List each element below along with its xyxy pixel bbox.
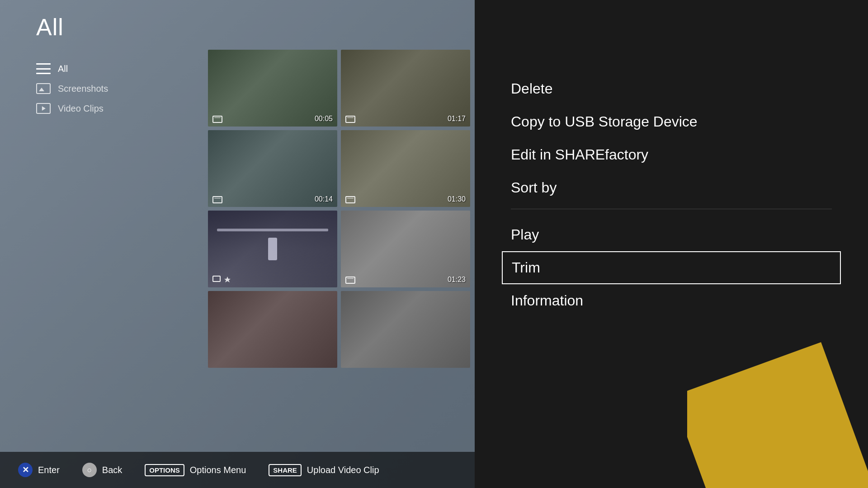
sidebar-label-screenshots: Screenshots xyxy=(58,84,108,94)
grid-item-3[interactable]: 00:14 xyxy=(208,130,337,207)
screenshot-icons-5 xyxy=(212,276,231,284)
sidebar-item-videoclips[interactable]: Video Clips xyxy=(36,99,118,118)
figure xyxy=(268,238,277,260)
menu-item-edit-share[interactable]: Edit in SHAREfactory xyxy=(511,138,832,171)
share-tag: SHARE xyxy=(269,464,302,476)
screenshot-icon xyxy=(212,276,221,282)
back-button[interactable]: ○ Back xyxy=(82,463,122,477)
timestamp-1: 00:05 xyxy=(315,115,333,123)
video-clip-indicator-2 xyxy=(345,116,355,123)
options-label: Options Menu xyxy=(190,465,246,475)
timestamp-2: 01:17 xyxy=(448,115,466,123)
video-clip-indicator-4 xyxy=(345,196,355,203)
image-icon xyxy=(36,83,51,94)
video-icon xyxy=(36,103,51,114)
progress-bar xyxy=(217,229,328,231)
menu-item-information[interactable]: Information xyxy=(511,284,832,317)
page-title: All xyxy=(36,14,64,41)
enter-label: Enter xyxy=(38,465,60,475)
grid-item-7[interactable] xyxy=(208,291,337,368)
enter-button[interactable]: ✕ Enter xyxy=(18,463,60,477)
sidebar-item-screenshots[interactable]: Screenshots xyxy=(36,79,118,99)
grid-item-1[interactable]: 00:05 xyxy=(208,50,337,127)
x-button-icon: ✕ xyxy=(18,463,33,477)
options-button[interactable]: OPTIONS Options Menu xyxy=(145,464,246,476)
menu-divider xyxy=(511,209,832,209)
menu-item-sort-by[interactable]: Sort by xyxy=(511,171,832,204)
sidebar-label-videoclips: Video Clips xyxy=(58,103,104,114)
video-clip-indicator-3 xyxy=(212,196,222,203)
video-clip-indicator-1 xyxy=(212,116,222,123)
back-label: Back xyxy=(102,465,122,475)
deco-gold xyxy=(687,330,868,488)
grid-item-6[interactable]: 01:23 xyxy=(341,211,470,287)
list-icon xyxy=(36,63,51,74)
sidebar: All Screenshots Video Clips xyxy=(36,59,118,118)
grid-item-2[interactable]: 01:17 xyxy=(341,50,470,127)
menu-item-delete[interactable]: Delete xyxy=(511,72,832,105)
sidebar-label-all: All xyxy=(58,64,68,74)
timestamp-6: 01:23 xyxy=(448,276,466,284)
o-button-icon: ○ xyxy=(82,463,97,477)
grid-item-5[interactable] xyxy=(208,211,337,287)
grid-item-4[interactable]: 01:30 xyxy=(341,130,470,207)
share-label: Upload Video Clip xyxy=(307,465,379,475)
menu-item-trim[interactable]: Trim xyxy=(502,251,841,284)
sidebar-item-all[interactable]: All xyxy=(36,59,118,79)
bottom-bar: ✕ Enter ○ Back OPTIONS Options Menu SHAR… xyxy=(0,452,479,488)
options-tag: OPTIONS xyxy=(145,464,184,476)
timestamp-4: 01:30 xyxy=(448,195,466,203)
timestamp-3: 00:14 xyxy=(315,195,333,203)
trophy-icon xyxy=(223,276,231,284)
media-grid: 00:05 01:17 00:14 01:30 xyxy=(208,50,470,368)
video-clip-indicator-6 xyxy=(345,277,355,284)
context-menu-panel: Delete Copy to USB Storage Device Edit i… xyxy=(475,0,868,488)
main-area: All All Screenshots Video Clips 00:05 xyxy=(0,0,479,488)
menu-item-copy-usb[interactable]: Copy to USB Storage Device xyxy=(511,105,832,138)
grid-item-8[interactable] xyxy=(341,291,470,368)
share-button[interactable]: SHARE Upload Video Clip xyxy=(269,464,379,476)
menu-item-play[interactable]: Play xyxy=(511,218,832,251)
